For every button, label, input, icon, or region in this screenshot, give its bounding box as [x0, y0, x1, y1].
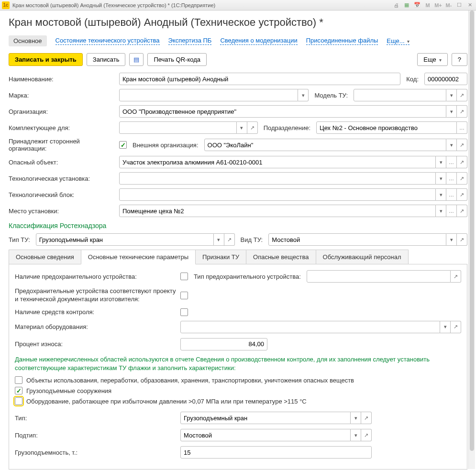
component-input[interactable] — [119, 121, 237, 134]
tech-install-open[interactable]: ↗ — [457, 172, 467, 185]
more-button[interactable]: Еще — [417, 53, 447, 66]
org-dropdown[interactable]: ▾ — [446, 105, 457, 118]
model-input[interactable] — [354, 89, 446, 101]
tech-install-input[interactable] — [119, 172, 436, 185]
print-qr-button[interactable]: Печать QR-кода — [147, 53, 207, 66]
m-minus-icon[interactable]: M- — [444, 1, 453, 9]
kind-tu-input[interactable] — [268, 233, 446, 246]
nav-tab-main[interactable]: Основное — [9, 35, 47, 46]
hazard-label: Опасный объект: — [9, 159, 116, 166]
hazard-dropdown[interactable]: ▾ — [436, 156, 446, 168]
tech-block-open[interactable]: ↗ — [457, 188, 467, 201]
code-input[interactable] — [424, 73, 467, 85]
subtype-label: Подтип: — [15, 432, 177, 439]
subtab-personnel[interactable]: Обслуживающий персонал — [316, 250, 409, 264]
wear-input[interactable] — [180, 338, 267, 350]
tech-install-ellipsis[interactable]: … — [446, 172, 457, 185]
control-checkbox[interactable] — [180, 308, 188, 316]
tip-open[interactable]: ↗ — [361, 412, 372, 424]
maximize-icon[interactable]: ☐ — [455, 1, 464, 9]
subtab-params[interactable]: Основные технические параметры — [81, 250, 196, 264]
scrollbar-thumb[interactable] — [470, 11, 474, 451]
location-dropdown[interactable]: ▾ — [436, 205, 446, 217]
capacity-input[interactable] — [180, 446, 372, 459]
nav-tab-files[interactable]: Присоединенные файлы — [306, 37, 378, 45]
tech-block-ellipsis[interactable]: … — [446, 188, 457, 201]
external-org-input[interactable] — [204, 139, 446, 151]
external-org-dropdown[interactable]: ▾ — [446, 139, 457, 151]
nav-more[interactable]: Еще... — [387, 37, 410, 45]
nav-tab-modernization[interactable]: Сведения о модернизации — [220, 37, 297, 45]
calc-icon[interactable]: ▦ — [402, 1, 411, 9]
subtype-input[interactable] — [180, 429, 351, 441]
type-tu-open[interactable]: ↗ — [224, 233, 235, 246]
subtab-substances[interactable]: Опасные вещества — [246, 250, 316, 264]
hazard-input[interactable] — [119, 156, 436, 168]
code-label: Код: — [403, 76, 421, 83]
hazard-open[interactable]: ↗ — [457, 156, 467, 168]
org-open[interactable]: ↗ — [457, 105, 467, 118]
m-icon[interactable]: M — [423, 1, 432, 9]
component-dropdown[interactable]: ▾ — [237, 121, 247, 134]
tech-block-label: Технологический блок: — [9, 191, 116, 198]
material-input[interactable] — [180, 321, 440, 333]
model-dropdown[interactable]: ▾ — [446, 89, 457, 101]
subtab-signs[interactable]: Признаки ТУ — [195, 250, 246, 264]
cb-hazardous-objects[interactable] — [15, 376, 22, 384]
kind-tu-open[interactable]: ↗ — [457, 233, 467, 246]
list-button[interactable]: ▤ — [129, 53, 144, 66]
close-icon[interactable]: ✕ — [465, 1, 474, 9]
safety-type-open[interactable]: ↗ — [451, 270, 461, 283]
kind-tu-dropdown[interactable]: ▾ — [446, 233, 457, 246]
component-open[interactable]: ↗ — [247, 121, 258, 134]
type-tu-label: Тип ТУ: — [9, 236, 33, 243]
m-plus-icon[interactable]: M+ — [434, 1, 443, 9]
location-open[interactable]: ↗ — [457, 205, 467, 217]
org-input[interactable] — [119, 105, 446, 118]
save-button[interactable]: Записать — [87, 53, 126, 66]
help-button[interactable]: ? — [452, 53, 467, 66]
safety-device-checkbox[interactable] — [180, 273, 188, 280]
scrollbar[interactable] — [468, 11, 475, 469]
tip-input[interactable] — [180, 412, 351, 424]
subtab-basic[interactable]: Основные сведения — [9, 250, 81, 264]
org-label: Организация: — [9, 108, 116, 115]
hazard-ellipsis[interactable]: … — [446, 156, 457, 168]
cb-pressure[interactable] — [15, 397, 22, 405]
cb-lifting[interactable] — [15, 387, 22, 394]
subtype-open[interactable]: ↗ — [361, 429, 372, 441]
safety-type-input[interactable] — [307, 270, 451, 283]
material-open[interactable]: ↗ — [451, 321, 461, 333]
calendar-icon[interactable]: 📅 — [413, 1, 421, 9]
capacity-label: Грузоподъемность, т.: — [15, 449, 177, 456]
subtype-dropdown[interactable]: ▾ — [351, 429, 361, 441]
tech-block-dropdown[interactable]: ▾ — [436, 188, 446, 201]
note-text: Данные нижеперечисленных областей исполь… — [15, 355, 461, 372]
toolbar: Записать и закрыть Записать ▤ Печать QR-… — [9, 53, 467, 66]
tip-dropdown[interactable]: ▾ — [351, 412, 361, 424]
type-tu-dropdown[interactable]: ▾ — [214, 233, 224, 246]
nav-tab-expertise[interactable]: Экспертиза ПБ — [168, 37, 212, 45]
location-ellipsis[interactable]: … — [446, 205, 457, 217]
save-close-button[interactable]: Записать и закрыть — [9, 53, 83, 66]
brand-input[interactable] — [119, 89, 298, 101]
tech-install-label: Технологическая установка: — [9, 175, 116, 182]
type-tu-input[interactable] — [36, 233, 214, 246]
dept-input[interactable] — [316, 121, 457, 134]
dept-ellipsis[interactable]: … — [457, 121, 467, 134]
tech-block-input[interactable] — [119, 188, 436, 201]
print-icon[interactable]: 🖨 — [392, 1, 400, 9]
material-dropdown[interactable]: ▾ — [440, 321, 451, 333]
content-area: Кран мостовой (штыревой) Анодный (Технич… — [0, 11, 476, 470]
brand-dropdown[interactable]: ▾ — [298, 89, 309, 101]
name-input[interactable] — [119, 73, 400, 85]
model-open[interactable]: ↗ — [457, 89, 467, 101]
safety-match-checkbox[interactable] — [180, 292, 188, 299]
external-owner-checkbox[interactable] — [119, 141, 127, 149]
titlebar-text: Кран мостовой (штыревой) Анодный (Технич… — [12, 2, 392, 8]
external-org-open[interactable]: ↗ — [457, 139, 467, 151]
nav-more-label: Еще... — [387, 37, 404, 44]
tech-install-dropdown[interactable]: ▾ — [436, 172, 446, 185]
nav-tab-state[interactable]: Состояние технического устройства — [55, 37, 160, 45]
location-input[interactable] — [119, 205, 436, 217]
